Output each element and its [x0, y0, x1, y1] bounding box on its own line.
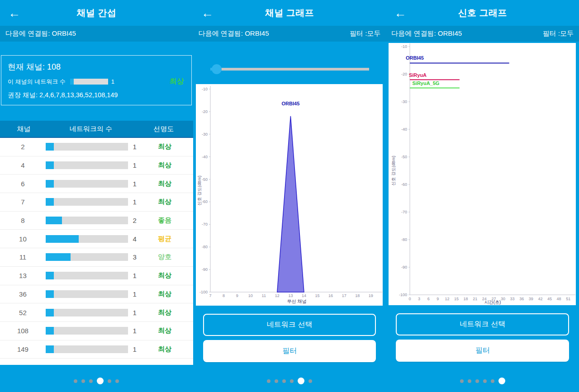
network-count-value: 1	[133, 161, 136, 169]
table-row: 1491최상	[0, 340, 193, 359]
x-axis-title: 시간(초)	[484, 300, 501, 305]
page-dot[interactable]	[468, 379, 471, 383]
networks-count-label: 이 채널의 네트워크 수	[8, 78, 66, 86]
x-tick-label: 18	[355, 293, 360, 298]
y-tick-label: -70	[202, 222, 208, 227]
slider-thumb[interactable]	[212, 64, 222, 74]
filter-button[interactable]: 필터	[203, 340, 376, 362]
x-tick-label: 16	[328, 293, 333, 298]
page-dot[interactable]	[115, 379, 119, 383]
page-indicator	[193, 378, 386, 384]
back-arrow-icon[interactable]: ←	[201, 7, 214, 19]
page-dot[interactable]	[290, 379, 294, 383]
connection-bar: 다음에 연결됨: ORBI45	[0, 26, 193, 42]
page-title: 채널 그래프	[265, 7, 314, 19]
x-tick-label: 18	[464, 297, 468, 301]
network-count-bar	[46, 253, 128, 261]
back-arrow-icon[interactable]: ←	[8, 7, 20, 19]
page-title: 채널 간섭	[76, 7, 116, 19]
table-row: 21최상	[0, 138, 193, 156]
panel-channel-interference: ← 채널 간섭 다음에 연결됨: ORBI45 현재 채널: 108 이 채널의…	[0, 0, 193, 392]
y-tick-label: -40	[401, 127, 407, 132]
x-tick-label: 15	[454, 297, 459, 301]
network-count-bar-fill	[46, 345, 54, 353]
x-tick-label: 14	[302, 293, 306, 298]
channel-graph-chart: -10-20-30-40-50-60-70-80-90-100789101112…	[196, 84, 383, 306]
network-count-value: 1	[133, 309, 136, 316]
page-dot[interactable]	[460, 379, 464, 383]
page-dot[interactable]	[308, 379, 312, 383]
y-tick-label: -100	[199, 290, 208, 294]
x-tick-label: 12	[275, 293, 279, 298]
x-tick-label: 33	[510, 297, 515, 301]
series-label-ORBI45: ORBI45	[281, 101, 299, 106]
y-tick-label: -50	[401, 155, 407, 159]
clarity-cell: 최상	[137, 308, 193, 317]
y-tick-label: -10	[202, 87, 208, 91]
networks-count-bar-fill	[70, 79, 74, 85]
network-count-bar	[46, 272, 128, 279]
page-dot[interactable]	[108, 379, 111, 383]
connected-to-label: 다음에 연결됨: ORBI45	[5, 29, 76, 38]
network-count-bar	[46, 217, 128, 224]
page-dot[interactable]	[483, 379, 487, 383]
x-tick-label: 6	[427, 297, 430, 301]
titlebar: ← 신호 그래프	[386, 0, 579, 26]
channel-range-slider[interactable]	[210, 64, 370, 74]
page-dot-active[interactable]	[298, 378, 304, 384]
y-tick-label: -80	[202, 245, 208, 249]
page-dot[interactable]	[81, 379, 85, 383]
x-tick-label: 30	[501, 297, 505, 301]
x-tick-label: 9	[236, 293, 238, 298]
channel-cell: 108	[0, 327, 46, 335]
filter-button[interactable]: 필터	[396, 340, 569, 362]
connected-to-label: 다음에 연결됨: ORBI45	[391, 29, 462, 38]
page-dot[interactable]	[275, 379, 278, 383]
network-count-bar-fill	[46, 198, 54, 206]
clarity-cell: 최상	[137, 326, 193, 335]
x-tick-label: 48	[557, 297, 561, 301]
x-tick-label: 45	[547, 297, 552, 301]
page-title: 신호 그래프	[458, 7, 507, 19]
x-tick-label: 9	[437, 297, 439, 301]
channel-table-header: 채널 네트워크의 수 선명도	[0, 121, 193, 138]
network-count-value: 1	[133, 198, 136, 206]
page-dot-active[interactable]	[498, 378, 505, 384]
clarity-cell: 최상	[137, 271, 193, 280]
x-tick-label: 21	[473, 297, 478, 301]
panel-channel-graph: ← 채널 그래프 다음에 연결됨: ORBI45 필터 :모두 -10-20-3…	[193, 0, 386, 392]
filter-status-label: 필터 :모두	[543, 29, 574, 38]
series-label-SiRyuA: SiRyuA	[409, 72, 427, 78]
page-dot[interactable]	[282, 379, 286, 383]
wifi-analyzer-app: ← 채널 간섭 다음에 연결됨: ORBI45 현재 채널: 108 이 채널의…	[0, 0, 579, 392]
y-tick-label: -60	[202, 199, 208, 204]
channel-table-body: 21최상41최상61최상71최상82좋음104평균113양호131최상361최상…	[0, 138, 193, 365]
network-count-value: 1	[133, 327, 136, 335]
select-network-button[interactable]: 네트워크 선택	[203, 314, 376, 336]
page-dot[interactable]	[491, 379, 494, 383]
page-indicator	[0, 378, 193, 384]
panel-signal-graph: ← 신호 그래프 다음에 연결됨: ORBI45 필터 :모두 -10-20-3…	[386, 0, 579, 392]
series-label-SiRyuA_5G: SiRyuA_5G	[413, 80, 440, 86]
select-network-button[interactable]: 네트워크 선택	[396, 313, 569, 335]
page-dot[interactable]	[89, 379, 93, 383]
clarity-cell: 최상	[137, 161, 193, 170]
channel-cell: 7	[0, 198, 46, 206]
slider-track[interactable]	[210, 68, 370, 71]
page-dot[interactable]	[475, 379, 479, 383]
network-count-bar	[46, 309, 128, 316]
channel-cell: 4	[0, 161, 46, 169]
network-count-bar-fill	[46, 180, 54, 188]
page-dot-active[interactable]	[97, 378, 104, 384]
channel-cell: 6	[0, 180, 46, 188]
table-row: 82좋음	[0, 212, 193, 230]
page-dot[interactable]	[267, 379, 271, 383]
network-count-bar-fill	[46, 327, 54, 335]
clarity-cell: 최상	[137, 179, 193, 188]
y-tick-label: -40	[202, 155, 208, 159]
connection-bar: 다음에 연결됨: ORBI45 필터 :모두	[193, 26, 386, 42]
y-tick-label: -80	[401, 237, 407, 242]
page-dot[interactable]	[74, 379, 77, 383]
back-arrow-icon[interactable]: ←	[394, 7, 406, 19]
y-tick-label: -20	[401, 72, 407, 76]
